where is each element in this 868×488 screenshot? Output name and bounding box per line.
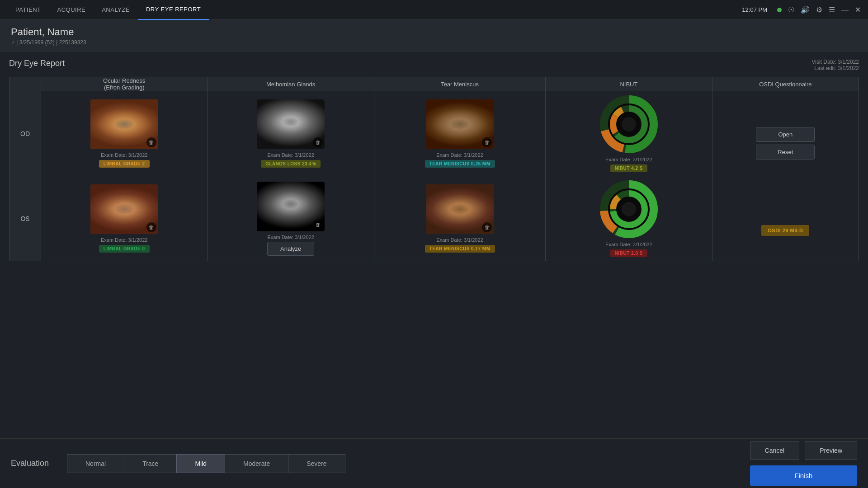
os-tear-exam-date: Exam Date: 3/1/2022 (378, 237, 542, 243)
od-meibomian-cell: 🗑 Exam Date: 3/1/2022 GLANDS LOSS 23.4% (208, 91, 374, 176)
volume-icon[interactable]: 🔊 (801, 5, 810, 14)
col-header-empty (9, 77, 41, 91)
col-header-redness: Ocular Redness(Efron Grading) (41, 77, 208, 91)
os-meibomian-image: 🗑 (257, 182, 325, 231)
od-nibut-exam-date: Exam Date: 3/1/2022 (549, 157, 708, 162)
os-nibut-image (595, 180, 663, 239)
col-header-nibut: NIBUT (546, 77, 712, 91)
main-table: Ocular Redness(Efron Grading) Meibomian … (9, 77, 859, 261)
os-redness-cell: 🗑 Exam Date: 3/1/2022 LIMBAL GRADE 0 (41, 176, 208, 261)
os-nibut-visual (599, 180, 658, 239)
os-meibomian-exam-date: Exam Date: 3/1/2022 (211, 235, 370, 240)
os-label: OS (9, 176, 41, 261)
analyze-button[interactable]: Analyze (267, 242, 314, 256)
patient-id: 225139323 (59, 39, 86, 46)
od-tear-image: 🗑 (426, 99, 494, 149)
close-icon[interactable]: ✕ (855, 5, 861, 14)
os-nibut-badge: NIBUT 2.0 s (610, 249, 647, 257)
nav-time: 12:07 PM (742, 6, 767, 13)
reset-button[interactable]: Reset (756, 145, 815, 160)
od-meibomian-delete-icon[interactable]: 🗑 (313, 137, 323, 147)
last-edit: Last edit: 3/1/2022 (811, 65, 859, 71)
os-osdi-cell: OSDI 29 MILD (712, 176, 859, 261)
od-tear-exam-date: Exam Date: 3/1/2022 (378, 152, 542, 158)
os-meibomian-cell: 🗑 Exam Date: 3/1/2022 Analyze (208, 176, 374, 261)
os-tear-cell: 🗑 Exam Date: 3/1/2022 TEAR MENISCUS 0.17… (374, 176, 545, 261)
od-nibut-cell: Exam Date: 3/1/2022 NIBUT 4.2 s (546, 91, 712, 176)
preview-button[interactable]: Preview (805, 441, 857, 460)
visit-date: Visit Date: 3/1/2022 (811, 59, 859, 65)
os-tear-badge: TEAR MENISCUS 0.17 MM (425, 245, 495, 253)
cancel-button[interactable]: Cancel (750, 441, 800, 460)
os-meibomian-delete-icon[interactable]: 🗑 (313, 220, 323, 230)
nav-patient[interactable]: PATIENT (7, 0, 49, 20)
finish-button[interactable]: Finish (750, 465, 857, 486)
footer-actions: Cancel Preview (750, 441, 857, 460)
eval-trace-button[interactable]: Trace (124, 454, 176, 473)
eval-normal-button[interactable]: Normal (67, 454, 124, 473)
report-header: Dry Eye Report Visit Date: 3/1/2022 Last… (9, 59, 859, 71)
visit-info: Visit Date: 3/1/2022 Last edit: 3/1/2022 (811, 59, 859, 71)
col-header-osdi: OSDI Questionnaire (712, 77, 859, 91)
evaluation-buttons: Normal Trace Mild Moderate Severe (67, 454, 345, 473)
os-osdi-badge: OSDI 29 MILD (761, 225, 809, 236)
open-button[interactable]: Open (756, 127, 815, 142)
od-redness-image: 🗑 (90, 99, 158, 149)
row-od: OD 🗑 Exam Date: 3/1/2022 LIMBAL GRADE 2 (9, 91, 859, 176)
od-label: OD (9, 91, 41, 176)
eval-moderate-button[interactable]: Moderate (225, 454, 288, 473)
top-navigation: PATIENT ACQUIRE ANALYZE DRY EYE REPORT 1… (0, 0, 868, 20)
col-header-tear: Tear Meniscus (374, 77, 545, 91)
os-tear-delete-icon[interactable]: 🗑 (482, 222, 492, 232)
footer-right: Cancel Preview Finish (750, 441, 857, 486)
svg-point-16 (622, 202, 636, 216)
row-os: OS 🗑 Exam Date: 3/1/2022 LIMBAL GRADE 0 (9, 176, 859, 261)
col-header-meibomian: Meibomian Glands (208, 77, 374, 91)
patient-name: Patient, Name (11, 26, 857, 38)
patient-header: Patient, Name ♂ | 3/25/1969 (52) | 22513… (0, 20, 868, 52)
os-redness-delete-icon[interactable]: 🗑 (146, 222, 156, 232)
od-redness-cell: 🗑 Exam Date: 3/1/2022 LIMBAL GRADE 2 (41, 91, 208, 176)
od-meibomian-badge: GLANDS LOSS 23.4% (261, 160, 321, 168)
os-nibut-exam-date: Exam Date: 3/1/2022 (549, 242, 708, 247)
od-meibomian-exam-date: Exam Date: 3/1/2022 (211, 152, 370, 158)
os-redness-exam-date: Exam Date: 3/1/2022 (45, 237, 203, 243)
os-nibut-cell: Exam Date: 3/1/2022 NIBUT 2.0 s (546, 176, 712, 261)
od-redness-exam-date: Exam Date: 3/1/2022 (45, 152, 203, 158)
od-nibut-image (595, 95, 663, 154)
nav-dry-eye-report[interactable]: DRY EYE REPORT (138, 0, 209, 20)
wifi-icon[interactable]: ☉ (788, 5, 794, 14)
eval-severe-button[interactable]: Severe (288, 454, 345, 473)
report-title: Dry Eye Report (9, 59, 65, 68)
nav-acquire[interactable]: ACQUIRE (49, 0, 94, 20)
od-tear-delete-icon[interactable]: 🗑 (482, 137, 492, 147)
list-icon[interactable]: ☰ (829, 5, 835, 14)
minimize-icon[interactable]: — (841, 6, 849, 14)
report-container: Dry Eye Report Visit Date: 3/1/2022 Last… (0, 52, 868, 268)
status-indicator (777, 8, 782, 12)
evaluation-label: Evaluation (11, 459, 56, 468)
nav-analyze[interactable]: ANALYZE (94, 0, 138, 20)
od-tear-cell: 🗑 Exam Date: 3/1/2022 TEAR MENISCUS 0.25… (374, 91, 545, 176)
od-nibut-badge: NIBUT 4.2 s (610, 164, 647, 172)
od-meibomian-image: 🗑 (257, 99, 325, 149)
eval-mild-button[interactable]: Mild (176, 454, 225, 473)
settings-icon[interactable]: ⚙ (816, 5, 822, 14)
nav-right-controls: 12:07 PM ☉ 🔊 ⚙ ☰ — ✕ (742, 5, 861, 14)
patient-info: ♂ | 3/25/1969 (52) | 225139323 (11, 39, 857, 46)
od-nibut-visual (599, 95, 658, 154)
od-redness-badge: LIMBAL GRADE 2 (99, 160, 150, 168)
od-redness-delete-icon[interactable]: 🗑 (146, 137, 156, 147)
os-tear-image: 🗑 (426, 184, 494, 234)
os-redness-image: 🗑 (90, 184, 158, 234)
gender-icon: ♂ (11, 39, 15, 46)
svg-point-8 (622, 117, 636, 131)
od-tear-badge: TEAR MENISCUS 0.25 MM (425, 160, 495, 168)
patient-dob: 3/25/1969 (52) (19, 39, 55, 46)
od-osdi-cell: Open Reset (712, 91, 859, 176)
os-redness-badge: LIMBAL GRADE 0 (99, 245, 150, 253)
footer: Evaluation Normal Trace Mild Moderate Se… (0, 438, 868, 488)
